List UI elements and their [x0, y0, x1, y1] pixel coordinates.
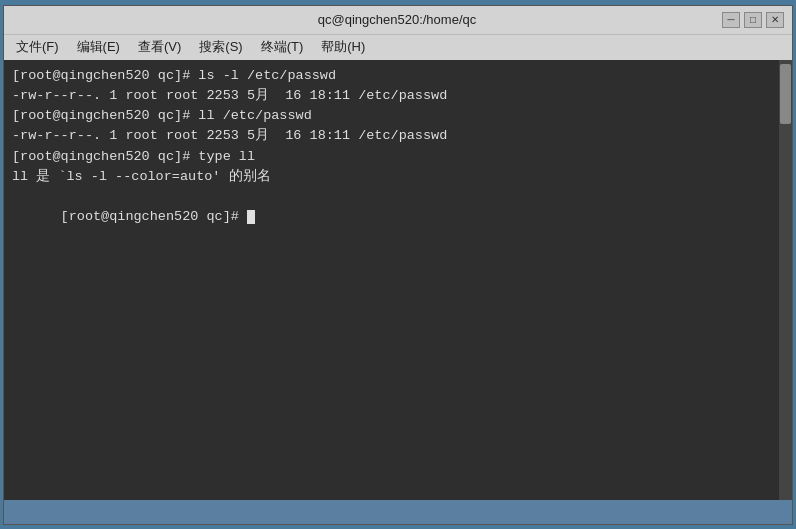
- terminal-line-1: -rw-r--r--. 1 root root 2253 5月 16 18:11…: [12, 86, 784, 106]
- terminal-line-2: [root@qingchen520 qc]# ll /etc/passwd: [12, 106, 784, 126]
- close-button[interactable]: ✕: [766, 12, 784, 28]
- cursor: [247, 210, 255, 224]
- window-title: qc@qingchen520:/home/qc: [72, 12, 722, 27]
- minimize-button[interactable]: ─: [722, 12, 740, 28]
- window-controls: ─ □ ✕: [722, 12, 784, 28]
- menu-help[interactable]: 帮助(H): [313, 36, 373, 58]
- menu-terminal[interactable]: 终端(T): [253, 36, 312, 58]
- terminal-window: qc@qingchen520:/home/qc ─ □ ✕ 文件(F) 编辑(E…: [3, 5, 793, 525]
- title-bar: qc@qingchen520:/home/qc ─ □ ✕: [4, 6, 792, 34]
- terminal-line-4: [root@qingchen520 qc]# type ll: [12, 147, 784, 167]
- menu-file[interactable]: 文件(F): [8, 36, 67, 58]
- maximize-button[interactable]: □: [744, 12, 762, 28]
- scrollbar[interactable]: [779, 60, 792, 524]
- menu-search[interactable]: 搜索(S): [191, 36, 250, 58]
- terminal-line-3: -rw-r--r--. 1 root root 2253 5月 16 18:11…: [12, 126, 784, 146]
- menu-edit[interactable]: 编辑(E): [69, 36, 128, 58]
- terminal-line-6: [root@qingchen520 qc]#: [12, 187, 784, 248]
- menu-view[interactable]: 查看(V): [130, 36, 189, 58]
- terminal-line-5: ll 是 `ls -l --color=auto' 的别名: [12, 167, 784, 187]
- menu-bar: 文件(F) 编辑(E) 查看(V) 搜索(S) 终端(T) 帮助(H): [4, 34, 792, 60]
- taskbar: [4, 500, 792, 524]
- terminal-line-0: [root@qingchen520 qc]# ls -l /etc/passwd: [12, 66, 784, 86]
- terminal-body[interactable]: [root@qingchen520 qc]# ls -l /etc/passwd…: [4, 60, 792, 524]
- scrollbar-thumb[interactable]: [780, 64, 791, 124]
